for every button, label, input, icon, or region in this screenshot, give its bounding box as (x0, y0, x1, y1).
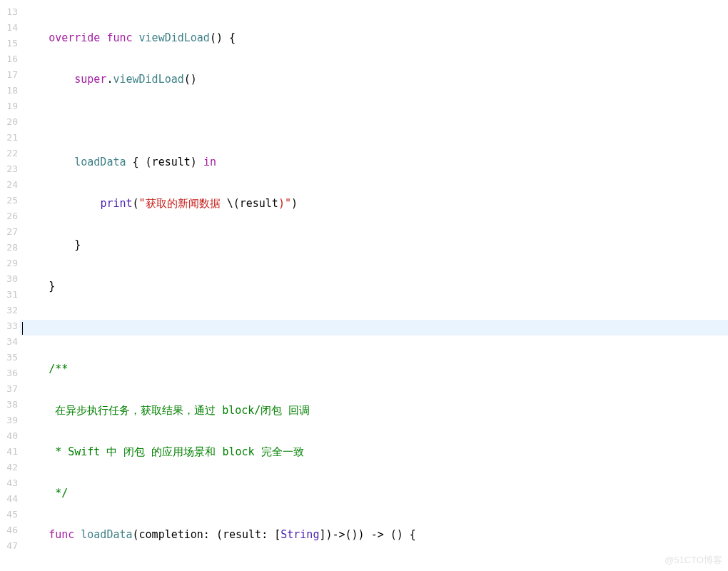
line-number: 27 (0, 224, 20, 240)
line-number: 20 (0, 114, 20, 130)
code-line[interactable]: func loadData(completion: (result: [Stri… (20, 527, 728, 542)
line-number: 44 (0, 491, 20, 507)
line-number: 46 (0, 522, 20, 538)
code-line[interactable]: } (20, 237, 728, 253)
line-number: 34 (0, 334, 20, 350)
code-line[interactable]: */ (20, 485, 728, 501)
code-line[interactable] (20, 113, 728, 128)
line-number: 18 (0, 83, 20, 98)
code-line[interactable]: /** (20, 361, 728, 377)
line-number: 39 (0, 413, 20, 428)
line-number: 40 (0, 428, 20, 444)
code-line[interactable]: print("获取的新闻数据 \(result)") (20, 196, 728, 211)
line-number: 24 (0, 177, 20, 193)
line-number: 42 (0, 460, 20, 475)
code-line[interactable]: } (20, 278, 728, 294)
text-cursor (22, 322, 23, 335)
line-number: 43 (0, 475, 20, 491)
code-editor[interactable]: override func viewDidLoad() { super.view… (20, 0, 728, 571)
line-number: 19 (0, 98, 20, 114)
line-number: 32 (0, 303, 20, 318)
line-number: 14 (0, 20, 20, 36)
code-line-active[interactable] (20, 320, 728, 335)
line-number: 47 (0, 538, 20, 554)
code-line[interactable]: override func viewDidLoad() { (20, 30, 728, 46)
line-number: 16 (0, 51, 20, 67)
line-number: 36 (0, 365, 20, 381)
code-line[interactable]: 在异步执行任务，获取结果，通过 block/闭包 回调 (20, 403, 728, 418)
code-line[interactable]: super.viewDidLoad() (20, 71, 728, 87)
line-number: 35 (0, 350, 20, 365)
line-number: 25 (0, 193, 20, 208)
line-number: 33 (0, 318, 20, 334)
line-number: 22 (0, 146, 20, 161)
line-number: 38 (0, 397, 20, 413)
line-number: 30 (0, 271, 20, 287)
line-number: 37 (0, 381, 20, 397)
line-number: 23 (0, 161, 20, 177)
line-number: 41 (0, 444, 20, 460)
line-number: 28 (0, 240, 20, 256)
line-number: 45 (0, 507, 20, 522)
line-number-gutter: 1314151617181920212223242526272829303132… (0, 0, 20, 571)
code-line[interactable]: loadData { (result) in (20, 154, 728, 170)
line-number: 21 (0, 130, 20, 146)
code-line[interactable]: * Swift 中 闭包 的应用场景和 block 完全一致 (20, 444, 728, 460)
code-line[interactable] (20, 568, 728, 571)
line-number: 29 (0, 256, 20, 271)
line-number: 13 (0, 4, 20, 20)
line-number: 17 (0, 67, 20, 83)
line-number: 15 (0, 36, 20, 51)
line-number: 31 (0, 287, 20, 303)
line-number: 26 (0, 208, 20, 224)
